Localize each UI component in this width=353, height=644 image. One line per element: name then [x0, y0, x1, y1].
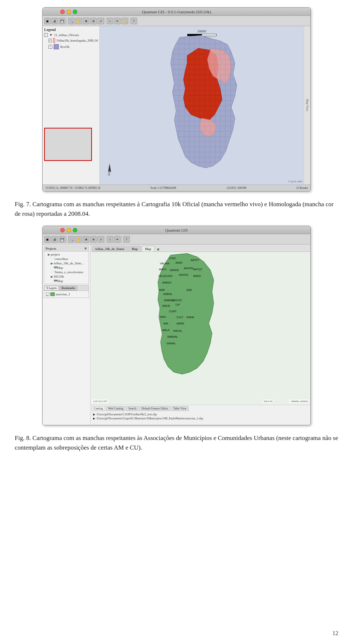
legend-checkbox-1[interactable]: ✓	[44, 33, 48, 37]
toolbar-icon-11[interactable]: 📐	[121, 18, 128, 24]
north-arrow: N	[104, 163, 115, 178]
label-ambva: AMBVa	[163, 292, 172, 296]
tree-map-1: 🗺 Map	[45, 265, 88, 270]
toolbar2-icon-9[interactable]: i	[107, 236, 113, 243]
toolbar2-icon-1[interactable]: ▣	[44, 236, 51, 243]
maximize-button-2[interactable]	[73, 228, 77, 232]
right-coords-2: -190006,-293836	[289, 400, 309, 403]
layers-panel-header: S Layers Bookmarks	[44, 286, 89, 291]
tab-map-1[interactable]: Map	[128, 246, 141, 251]
layer-icon-associas	[50, 292, 55, 296]
label-amvc: AMVC	[159, 268, 167, 271]
legend-checkbox-3[interactable]: ✓	[49, 45, 52, 49]
bottom-tab-feature-editor[interactable]: Default Feature Editor	[139, 406, 170, 411]
toolbar2-icon-3[interactable]: 💾	[59, 236, 65, 243]
toolbar-icon-8[interactable]: ⤢	[97, 18, 104, 24]
map-canvas-1[interactable]: 200000 degrees	[100, 26, 304, 184]
layers-tab-slayers[interactable]: S Layers	[44, 286, 59, 291]
toolbar2-icon-7[interactable]: ⊖	[90, 236, 97, 243]
legend-swatch-blue	[54, 44, 59, 49]
label-amat: AMAT	[175, 261, 183, 264]
map-canvas-2[interactable]: CIVM VALIMA AMAT AMTFT AMVC AMAVE AMVDN …	[90, 252, 310, 405]
label-amvds: AMVDS	[179, 273, 188, 277]
svg-text:N: N	[108, 173, 110, 176]
label-valsousa: VALSOUSA	[158, 274, 172, 278]
map-view-label: Map View	[306, 99, 309, 111]
north-arrow-svg: N	[104, 163, 115, 176]
label-amtft: AMTFT	[190, 258, 200, 262]
bottom-tab-table-view[interactable]: Table View	[171, 406, 189, 411]
toolbar-icon-12[interactable]: ?	[131, 18, 137, 24]
toolbar-icon-3[interactable]: 💾	[59, 18, 65, 24]
tree-icon-map1: 🗺	[54, 266, 57, 270]
legend-checkbox-2[interactable]: ✓	[49, 39, 51, 42]
overview-map-box	[44, 128, 92, 161]
portugal-map	[117, 34, 286, 173]
toolbar2-icon-5[interactable]: ✋	[75, 236, 82, 243]
label-amo: AMO	[160, 315, 166, 319]
legend-item-1: ✓ ▼ 11_folhas_Oficiais	[44, 33, 98, 37]
bottom-panel: Catalog Web Catalog Search Default Featu…	[90, 405, 310, 425]
toolbar-icon-1[interactable]: ▣	[44, 18, 51, 24]
toolbar-icon-10[interactable]: ✏	[114, 18, 121, 24]
toolbar-icon-6[interactable]: ⊕	[83, 18, 89, 24]
maximize-button[interactable]	[73, 10, 77, 14]
associas-svg: CIVM VALIMA AMAT AMTFT AMVC AMAVE AMVDN …	[90, 252, 310, 405]
toolbar-icon-7[interactable]: ⊖	[90, 18, 97, 24]
qgis-watermark: © QGIS 2008	[288, 180, 302, 183]
render-checkbox[interactable]: ☑ Render	[296, 186, 308, 190]
toolbar2-icon-10[interactable]: ✏	[114, 236, 121, 243]
caption-2-fig-num: Fig. 8.	[15, 434, 31, 441]
layers-tab-bookmarks[interactable]: Bookmarks	[59, 286, 77, 291]
qgis-window-1: Quantum GIS - 0.9.1-Ganymede (SIG10k) ▣ …	[42, 7, 311, 191]
toolbar-icon-4[interactable]: 🔍	[68, 18, 75, 24]
projects-panel-header: Projects ✕	[44, 246, 89, 251]
toolbar-icon-5[interactable]: ✋	[75, 18, 82, 24]
path-row-2: ▶ /Users/g4/Documents/GrupoSL/Materiais/…	[93, 417, 308, 420]
label-amave: AMAVE	[170, 268, 179, 272]
tab-map-2[interactable]: Map	[142, 246, 155, 251]
coord-display-2: 1167.815,787	[92, 400, 108, 403]
tree-project: ▶ project	[45, 252, 88, 257]
toolbar2-icon-6[interactable]: ⊕	[83, 236, 89, 243]
projects-close[interactable]: ✕	[84, 247, 87, 250]
tab-close[interactable]: ✕	[157, 247, 160, 251]
bottom-tab-search[interactable]: Search	[126, 406, 139, 411]
tree-icon-concelhos: 📄	[51, 257, 55, 261]
label-cult: CULT	[176, 316, 183, 319]
slayers-label: S Layers	[46, 286, 57, 290]
legend-label-2: Folhas10k_homologadas_2008_04	[57, 39, 98, 42]
qgis-body-1: Legend ✓ ▼ 11_folhas_Oficiais ✓ Folhas10…	[43, 26, 310, 184]
close-button[interactable]	[60, 10, 65, 14]
label-add: ADD	[186, 288, 192, 292]
bottom-tab-webcatalog[interactable]: Web Catalog	[106, 406, 125, 411]
tree-sintra: 📄 Sintra_e_envolventes	[45, 270, 88, 274]
label-amr: AMR	[159, 288, 165, 292]
toolbar-icon-2[interactable]: 🖨	[51, 18, 58, 24]
legend-swatch-pink	[53, 38, 55, 43]
caption-1: Fig. 7. Cartograma com as manchas respei…	[0, 195, 353, 226]
minimize-button[interactable]	[67, 10, 71, 14]
layer-label-associas: associas_1	[56, 292, 70, 296]
tab-folhas[interactable]: folhas_10k_de_Sintra	[92, 246, 128, 251]
layers-panel: S Layers Bookmarks associas_1	[44, 285, 89, 298]
toolbar2-icon-2[interactable]: 🖨	[51, 236, 58, 243]
caption-1-text: Cartograma com as manchas respeitantes à…	[15, 201, 334, 217]
toolbar2-icon-4[interactable]: 🔍	[68, 236, 75, 243]
minimize-button-2[interactable]	[67, 228, 71, 232]
toolbar2-icon-8[interactable]: ⤢	[97, 236, 104, 243]
layers-list: associas_1	[44, 291, 89, 298]
tree-arrow-project: ▶	[48, 253, 50, 256]
bottom-tab-catalog[interactable]: Catalog	[92, 406, 105, 411]
legend-panel: Legend ✓ ▼ 11_folhas_Oficiais ✓ Folhas10…	[43, 26, 100, 184]
toolbar-icon-9[interactable]: i	[107, 18, 113, 24]
window-title-2: Quantum GIS	[165, 228, 188, 232]
toolbar2-icon-11[interactable]: ?	[123, 236, 130, 243]
layer-checkbox-associas[interactable]	[46, 293, 49, 296]
close-button-2[interactable]	[60, 228, 65, 232]
page-number: 12	[332, 630, 338, 637]
layers-tabs: S Layers Bookmarks	[44, 286, 89, 291]
overview-map	[44, 50, 98, 161]
label-amedv: AMEDV	[162, 281, 172, 284]
tree-label-sig10k: SIG10k	[54, 275, 64, 278]
